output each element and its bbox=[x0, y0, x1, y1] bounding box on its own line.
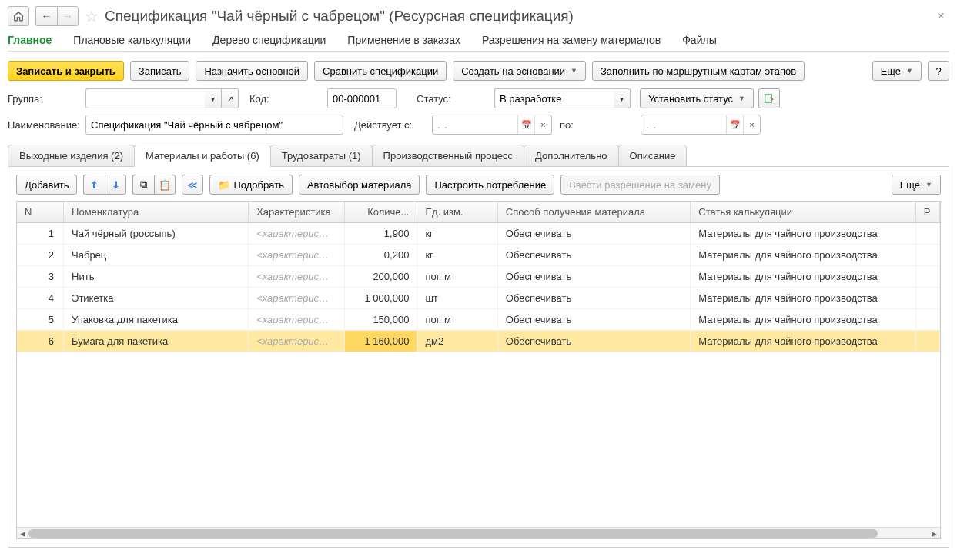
scroll-right-icon[interactable]: ▶ bbox=[929, 528, 940, 539]
cell-unit[interactable]: кг bbox=[417, 223, 497, 245]
cell-nomen[interactable]: Чабрец bbox=[64, 245, 249, 266]
tab-desc[interactable]: Описание bbox=[618, 145, 688, 167]
copy-button[interactable]: ⧉ bbox=[132, 175, 154, 195]
scroll-left-icon[interactable]: ◀ bbox=[17, 528, 28, 539]
forward-button[interactable]: → bbox=[57, 6, 79, 26]
help-button[interactable]: ? bbox=[928, 61, 949, 81]
status-dropdown-button[interactable]: ▾ bbox=[614, 88, 631, 108]
col-n[interactable]: N bbox=[17, 202, 64, 223]
cell-qty[interactable]: 200,000 bbox=[345, 266, 417, 288]
paste-button[interactable]: 📋 bbox=[154, 175, 176, 195]
nav-main[interactable]: Главное bbox=[8, 34, 52, 46]
cell-supply[interactable]: Обеспечивать bbox=[497, 309, 691, 331]
favorite-star-icon[interactable]: ☆ bbox=[85, 7, 99, 25]
table-row[interactable]: 3Нить<характеристи...200,000пог. мОбеспе… bbox=[17, 266, 940, 288]
close-button[interactable]: × bbox=[932, 7, 949, 25]
add-button[interactable]: Добавить bbox=[16, 175, 77, 195]
cell-supply[interactable]: Обеспечивать bbox=[497, 331, 691, 352]
cell-article[interactable]: Материалы для чайного производства bbox=[691, 223, 915, 245]
nav-plan-calc[interactable]: Плановые калькуляции bbox=[73, 34, 191, 46]
home-button[interactable] bbox=[8, 6, 29, 26]
set-status-button[interactable]: Установить статус▼ bbox=[640, 88, 754, 108]
date-to-input[interactable]: . . 📅 × bbox=[641, 115, 761, 135]
save-and-close-button[interactable]: Записать и закрыть bbox=[8, 61, 124, 81]
col-supply[interactable]: Способ получения материала bbox=[497, 202, 691, 223]
group-open-button[interactable]: ↗ bbox=[222, 88, 239, 108]
table-row[interactable]: 2Чабрец<характеристи...0,200кгОбеспечива… bbox=[17, 245, 940, 266]
cell-nomen[interactable]: Бумага для пакетика bbox=[64, 331, 249, 352]
horizontal-scrollbar[interactable]: ◀ ▶ bbox=[17, 527, 940, 538]
move-down-button[interactable]: ⬇ bbox=[105, 175, 126, 195]
fill-route-button[interactable]: Заполнить по маршрутным картам этапов bbox=[592, 61, 805, 81]
tab-process[interactable]: Производственный процесс bbox=[372, 145, 524, 167]
cell-article[interactable]: Материалы для чайного производства bbox=[691, 331, 915, 352]
cell-p[interactable] bbox=[915, 288, 939, 309]
cell-supply[interactable]: Обеспечивать bbox=[497, 266, 691, 288]
cell-char[interactable]: <характеристи... bbox=[249, 288, 345, 309]
scroll-thumb[interactable] bbox=[28, 529, 878, 538]
cell-unit[interactable]: шт bbox=[417, 288, 497, 309]
code-input[interactable] bbox=[327, 88, 397, 108]
cell-article[interactable]: Материалы для чайного производства bbox=[691, 245, 915, 266]
cell-unit[interactable]: пог. м bbox=[417, 266, 497, 288]
calendar-icon[interactable]: 📅 bbox=[726, 115, 743, 134]
status-action-button[interactable] bbox=[758, 88, 780, 108]
table-more-button[interactable]: Еще▼ bbox=[892, 175, 941, 195]
col-nomen[interactable]: Номенклатура bbox=[64, 202, 249, 223]
move-up-button[interactable]: ⬆ bbox=[83, 175, 105, 195]
create-based-button[interactable]: Создать на основании▼ bbox=[453, 61, 586, 81]
table-row[interactable]: 5Упаковка для пакетика<характеристи...15… bbox=[17, 309, 940, 331]
set-main-button[interactable]: Назначить основной bbox=[196, 61, 308, 81]
nav-files[interactable]: Файлы bbox=[682, 34, 716, 46]
cell-p[interactable] bbox=[915, 223, 939, 245]
col-char[interactable]: Характеристика bbox=[249, 202, 345, 223]
cell-nomen[interactable]: Чай чёрный (россыпь) bbox=[64, 223, 249, 245]
cell-char[interactable]: <характеристи... bbox=[249, 331, 345, 352]
col-article[interactable]: Статья калькуляции bbox=[691, 202, 915, 223]
cell-qty[interactable]: 0,200 bbox=[345, 245, 417, 266]
cell-p[interactable] bbox=[915, 309, 939, 331]
tab-extra[interactable]: Дополнительно bbox=[524, 145, 619, 167]
cell-p[interactable] bbox=[915, 245, 939, 266]
table-row[interactable]: 6Бумага для пакетика<характеристи...1 16… bbox=[17, 331, 940, 352]
tab-materials[interactable]: Материалы и работы (6) bbox=[134, 145, 271, 167]
cell-supply[interactable]: Обеспечивать bbox=[497, 223, 691, 245]
cell-char[interactable]: <характеристи... bbox=[249, 309, 345, 331]
cell-char[interactable]: <характеристи... bbox=[249, 223, 345, 245]
cell-p[interactable] bbox=[915, 331, 939, 352]
tab-output[interactable]: Выходные изделия (2) bbox=[8, 145, 135, 167]
nav-spec-tree[interactable]: Дерево спецификации bbox=[212, 34, 326, 46]
col-qty[interactable]: Количе... bbox=[345, 202, 417, 223]
group-dropdown-button[interactable]: ▾ bbox=[205, 88, 222, 108]
name-input[interactable] bbox=[85, 115, 343, 135]
save-button[interactable]: Записать bbox=[130, 61, 190, 81]
materials-grid[interactable]: N Номенклатура Характеристика Количе... … bbox=[16, 201, 941, 539]
auto-material-button[interactable]: Автовыбор материала bbox=[299, 175, 420, 195]
cell-unit[interactable]: дм2 bbox=[417, 331, 497, 352]
select-button[interactable]: 📁 Подобрать bbox=[209, 175, 292, 195]
group-input[interactable] bbox=[85, 88, 205, 108]
cell-qty[interactable]: 150,000 bbox=[345, 309, 417, 331]
cell-qty[interactable]: 1,900 bbox=[345, 223, 417, 245]
cell-char[interactable]: <характеристи... bbox=[249, 266, 345, 288]
cell-nomen[interactable]: Упаковка для пакетика bbox=[64, 309, 249, 331]
nav-mat-permissions[interactable]: Разрешения на замену материалов bbox=[482, 34, 661, 46]
configure-button[interactable]: Настроить потребление bbox=[426, 175, 554, 195]
cell-nomen[interactable]: Этикетка bbox=[64, 288, 249, 309]
cell-supply[interactable]: Обеспечивать bbox=[497, 288, 691, 309]
calendar-icon[interactable]: 📅 bbox=[517, 115, 534, 134]
compare-button[interactable]: Сравнить спецификации bbox=[314, 61, 447, 81]
cell-unit[interactable]: кг bbox=[417, 245, 497, 266]
nav-orders-usage[interactable]: Применение в заказах bbox=[347, 34, 460, 46]
cell-supply[interactable]: Обеспечивать bbox=[497, 245, 691, 266]
clear-date-to[interactable]: × bbox=[743, 115, 760, 134]
cell-qty[interactable]: 1 000,000 bbox=[345, 288, 417, 309]
col-p[interactable]: Р bbox=[915, 202, 939, 223]
cell-qty[interactable]: 1 160,000 bbox=[345, 331, 417, 352]
table-row[interactable]: 4Этикетка<характеристи...1 000,000штОбес… bbox=[17, 288, 940, 309]
tab-labor[interactable]: Трудозатраты (1) bbox=[270, 145, 373, 167]
cell-nomen[interactable]: Нить bbox=[64, 266, 249, 288]
clear-date-from[interactable]: × bbox=[534, 115, 551, 134]
table-row[interactable]: 1Чай чёрный (россыпь)<характеристи...1,9… bbox=[17, 223, 940, 245]
back-button[interactable]: ← bbox=[35, 6, 57, 26]
